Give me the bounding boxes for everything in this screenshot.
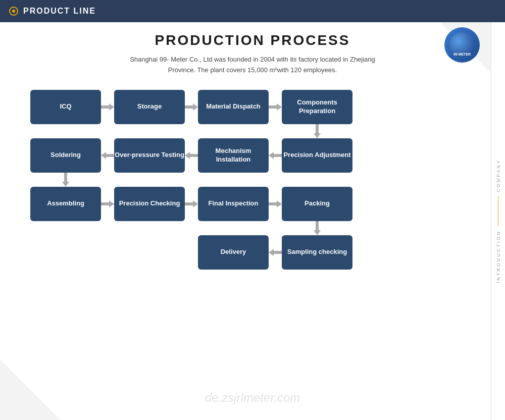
svg-marker-6 bbox=[269, 152, 282, 159]
down-arrow-row-3 bbox=[30, 221, 475, 235]
down-arrow-row-1 bbox=[30, 124, 475, 138]
arrow-r3 bbox=[269, 102, 282, 112]
arrow-l4 bbox=[269, 247, 282, 257]
arrow-l2 bbox=[185, 150, 198, 161]
svg-marker-7 bbox=[62, 173, 69, 187]
arrow-r6 bbox=[269, 199, 282, 209]
svg-marker-9 bbox=[185, 200, 198, 207]
box-components-preparation: Components Preparation bbox=[282, 90, 352, 124]
box-assembling: Assembling bbox=[30, 187, 101, 221]
flow-row-4: Delivery Sampling checking bbox=[30, 235, 475, 270]
box-soldering: Soldering bbox=[30, 138, 101, 173]
box-precision-adjustment: Precision Adjustment bbox=[282, 138, 352, 173]
flow-row-1: ICQ Storage Material Dispatch Components… bbox=[30, 90, 475, 124]
box-packing: Packing bbox=[282, 187, 352, 221]
box-storage: Storage bbox=[114, 90, 185, 124]
flow-row-2: Soldering Over-pressure Testing Mechanis… bbox=[30, 138, 475, 173]
flow-diagram: ICQ Storage Material Dispatch Components… bbox=[20, 90, 485, 270]
svg-marker-10 bbox=[269, 200, 282, 207]
svg-marker-1 bbox=[185, 103, 198, 111]
arrow-down-2 bbox=[61, 173, 71, 187]
header-icon bbox=[9, 7, 18, 16]
arrow-r4 bbox=[101, 199, 114, 209]
svg-marker-4 bbox=[101, 152, 114, 159]
svg-marker-11 bbox=[314, 221, 321, 235]
svg-marker-12 bbox=[269, 249, 282, 256]
arrow-l3 bbox=[269, 150, 282, 161]
svg-marker-2 bbox=[269, 103, 282, 111]
svg-marker-8 bbox=[101, 200, 114, 207]
arrow-r2 bbox=[185, 102, 198, 112]
header-bar: PRODUCT LINE bbox=[0, 0, 505, 22]
main-content: PRODUCTION PROCESS Shanghai 99- Meter Co… bbox=[0, 22, 505, 275]
box-final-inspection: Final Inspection bbox=[198, 187, 269, 221]
deco-triangle-bottom bbox=[0, 359, 61, 420]
svg-marker-3 bbox=[314, 124, 321, 138]
header-title: PRODUCT LINE bbox=[23, 7, 96, 16]
box-overpressure-testing: Over-pressure Testing bbox=[114, 138, 185, 173]
arrow-l1 bbox=[101, 150, 114, 161]
box-delivery: Delivery bbox=[198, 235, 269, 270]
page-subtitle: Shanghai 99- Meter Co., Ltd was founded … bbox=[20, 55, 485, 76]
down-arrow-row-2 bbox=[30, 173, 475, 187]
arrow-down-3 bbox=[312, 221, 322, 235]
box-sampling-checking: Sampling checking bbox=[282, 235, 352, 270]
svg-marker-5 bbox=[185, 152, 198, 159]
box-mechanism-installation: Mechanism Installation bbox=[198, 138, 269, 173]
box-icq: ICQ bbox=[30, 90, 101, 124]
box-precision-checking: Precision Checking bbox=[114, 187, 185, 221]
flow-row-3: Assembling Precision Checking Final Insp… bbox=[30, 187, 475, 221]
svg-marker-0 bbox=[101, 103, 114, 111]
watermark: de.zsjrlmeter.com bbox=[205, 391, 300, 405]
arrow-r1 bbox=[101, 102, 114, 112]
page-title: PRODUCTION PROCESS bbox=[20, 32, 485, 48]
box-material-dispatch: Material Dispatch bbox=[198, 90, 269, 124]
arrow-r5 bbox=[185, 199, 198, 209]
arrow-down-1 bbox=[312, 124, 322, 138]
